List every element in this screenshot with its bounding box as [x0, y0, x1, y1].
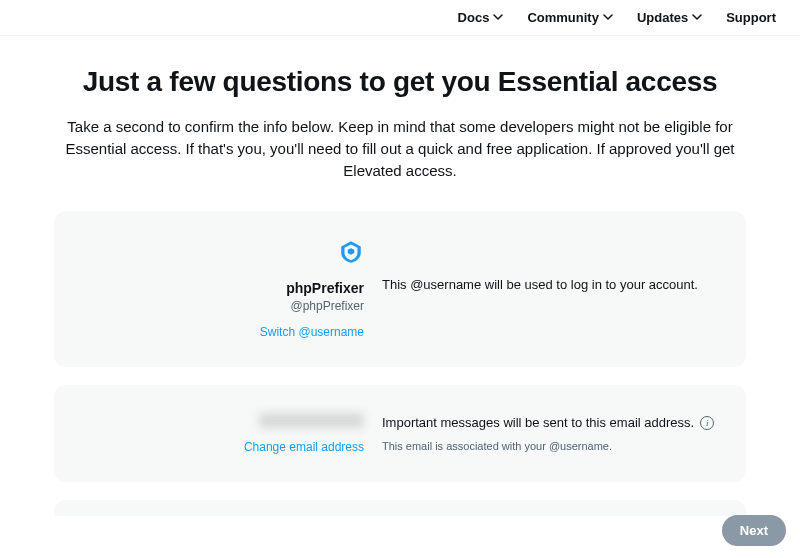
username-card: phpPrefixer @phpPrefixer Switch @usernam… — [54, 211, 746, 367]
nav-updates[interactable]: Updates — [637, 10, 702, 25]
nav-updates-label: Updates — [637, 10, 688, 25]
email-subdescription: This email is associated with your @user… — [382, 440, 718, 452]
email-card: Change email address Important messages … — [54, 385, 746, 482]
username-description: This @username will be used to log in to… — [382, 277, 718, 292]
email-card-right: Important messages will be sent to this … — [382, 413, 718, 452]
main-content: Just a few questions to get you Essentia… — [30, 36, 770, 516]
nav-community-label: Community — [527, 10, 599, 25]
chevron-down-icon — [603, 10, 613, 25]
email-card-left: Change email address — [82, 413, 382, 454]
display-name: phpPrefixer — [286, 279, 364, 297]
page-title: Just a few questions to get you Essentia… — [54, 66, 746, 98]
avatar-icon — [338, 239, 364, 269]
switch-username-link[interactable]: Switch @username — [260, 325, 364, 339]
chevron-down-icon — [493, 10, 503, 25]
info-icon[interactable]: i — [700, 416, 714, 430]
page-subtitle: Take a second to confirm the info below.… — [54, 116, 746, 181]
nav-support-label: Support — [726, 10, 776, 25]
email-redacted — [259, 413, 364, 428]
nav-docs[interactable]: Docs — [458, 10, 504, 25]
next-button[interactable]: Next — [722, 515, 786, 546]
username-card-left: phpPrefixer @phpPrefixer Switch @usernam… — [82, 239, 382, 339]
nav-community[interactable]: Community — [527, 10, 613, 25]
user-handle: @phpPrefixer — [290, 297, 364, 315]
nav-support[interactable]: Support — [726, 10, 776, 25]
change-email-link[interactable]: Change email address — [244, 440, 364, 454]
nav-docs-label: Docs — [458, 10, 490, 25]
next-card-peek — [54, 500, 746, 516]
chevron-down-icon — [692, 10, 702, 25]
username-card-right: This @username will be used to log in to… — [382, 239, 718, 292]
email-description-text: Important messages will be sent to this … — [382, 415, 694, 430]
email-description: Important messages will be sent to this … — [382, 415, 718, 430]
top-nav: Docs Community Updates Support — [0, 0, 800, 36]
